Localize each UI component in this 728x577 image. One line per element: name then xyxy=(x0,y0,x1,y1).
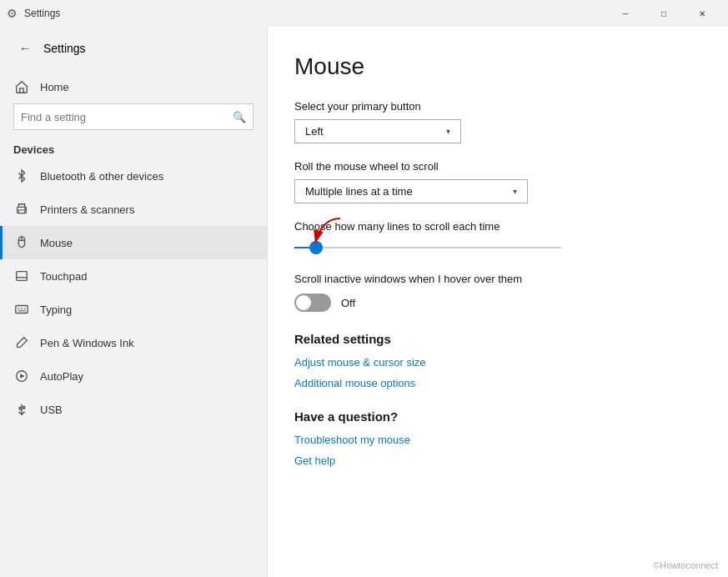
watermark: ©Howtoconnect xyxy=(653,560,718,570)
svg-rect-1 xyxy=(18,210,24,213)
svg-rect-4 xyxy=(17,272,28,281)
search-box[interactable]: 🔍 xyxy=(13,103,254,130)
sidebar: ← Settings Home 🔍 Devices xyxy=(0,27,267,577)
printer-icon xyxy=(13,201,30,218)
app-container: ← Settings Home 🔍 Devices xyxy=(0,27,728,577)
get-help-link[interactable]: Get help xyxy=(294,454,688,467)
sidebar-item-usb[interactable]: USB xyxy=(0,393,267,426)
settings-icon: ⚙ xyxy=(7,7,18,20)
question-title: Have a question? xyxy=(294,409,688,424)
titlebar: ⚙ Settings ─ □ ✕ xyxy=(0,0,728,27)
sidebar-item-bluetooth-label: Bluetooth & other devices xyxy=(40,170,163,183)
search-icon: 🔍 xyxy=(233,111,246,123)
chevron-down-icon: ▾ xyxy=(446,127,450,136)
sidebar-item-printers-label: Printers & scanners xyxy=(40,203,134,216)
red-arrow-annotation xyxy=(294,214,361,256)
typing-icon xyxy=(13,301,30,318)
primary-button-value: Left xyxy=(305,125,324,138)
sidebar-item-mouse-label: Mouse xyxy=(40,237,73,249)
sidebar-item-autoplay-label: AutoPlay xyxy=(40,370,83,383)
primary-button-label: Select your primary button xyxy=(294,100,688,113)
sidebar-item-bluetooth[interactable]: Bluetooth & other devices xyxy=(0,159,267,193)
main-content: Mouse Select your primary button Left ▾ … xyxy=(267,27,728,577)
sidebar-item-mouse[interactable]: Mouse xyxy=(0,226,267,259)
scroll-inactive-toggle[interactable] xyxy=(294,294,331,312)
bluetooth-icon xyxy=(13,168,30,184)
touchpad-icon xyxy=(13,268,30,284)
toggle-thumb xyxy=(296,295,311,310)
scroll-wheel-dropdown[interactable]: Multiple lines at a time ▾ xyxy=(294,179,528,203)
sidebar-header: ← Settings xyxy=(0,27,267,70)
sidebar-item-typing[interactable]: Typing xyxy=(0,293,267,326)
scroll-lines-slider-container xyxy=(294,239,561,256)
scroll-wheel-value: Multiple lines at a time xyxy=(305,185,413,198)
additional-mouse-options-link[interactable]: Additional mouse options xyxy=(294,377,688,389)
svg-point-2 xyxy=(25,208,26,209)
troubleshoot-link[interactable]: Troubleshoot my mouse xyxy=(294,434,688,446)
sidebar-item-touchpad[interactable]: Touchpad xyxy=(0,259,267,293)
pen-icon xyxy=(13,334,30,351)
page-title: Mouse xyxy=(294,53,688,80)
scroll-wheel-label: Roll the mouse wheel to scroll xyxy=(294,160,688,173)
mouse-icon xyxy=(13,234,30,251)
svg-rect-5 xyxy=(16,306,28,314)
usb-icon xyxy=(13,401,30,418)
sidebar-item-usb-label: USB xyxy=(40,404,63,416)
sidebar-item-printers[interactable]: Printers & scanners xyxy=(0,193,267,226)
sidebar-item-home-label: Home xyxy=(40,81,69,93)
scroll-lines-section: Choose how many lines to scroll each tim… xyxy=(294,220,688,256)
close-button[interactable]: ✕ xyxy=(683,0,721,27)
autoplay-icon xyxy=(13,368,30,384)
sidebar-item-pen-label: Pen & Windows Ink xyxy=(40,337,134,349)
sidebar-title: Settings xyxy=(43,42,86,55)
scroll-inactive-toggle-row: Off xyxy=(294,294,688,312)
section-label: Devices xyxy=(0,137,267,159)
primary-button-dropdown[interactable]: Left ▾ xyxy=(294,119,461,143)
sidebar-item-touchpad-label: Touchpad xyxy=(40,270,87,283)
back-button[interactable]: ← xyxy=(13,37,37,60)
chevron-down-icon-2: ▾ xyxy=(513,187,517,196)
scroll-inactive-label: Scroll inactive windows when I hover ove… xyxy=(294,273,688,285)
sidebar-item-home[interactable]: Home xyxy=(0,70,267,103)
search-input[interactable] xyxy=(21,111,233,123)
sidebar-item-typing-label: Typing xyxy=(40,304,72,316)
sidebar-item-pen[interactable]: Pen & Windows Ink xyxy=(0,326,267,359)
minimize-button[interactable]: ─ xyxy=(606,0,645,27)
related-settings-title: Related settings xyxy=(294,332,688,346)
home-icon xyxy=(13,78,30,95)
sidebar-item-autoplay[interactable]: AutoPlay xyxy=(0,359,267,393)
maximize-button[interactable]: □ xyxy=(645,0,683,27)
scroll-inactive-value: Off xyxy=(341,297,355,309)
adjust-mouse-link[interactable]: Adjust mouse & cursor size xyxy=(294,356,688,369)
app-title: Settings xyxy=(24,8,606,19)
window-controls: ─ □ ✕ xyxy=(606,0,721,27)
